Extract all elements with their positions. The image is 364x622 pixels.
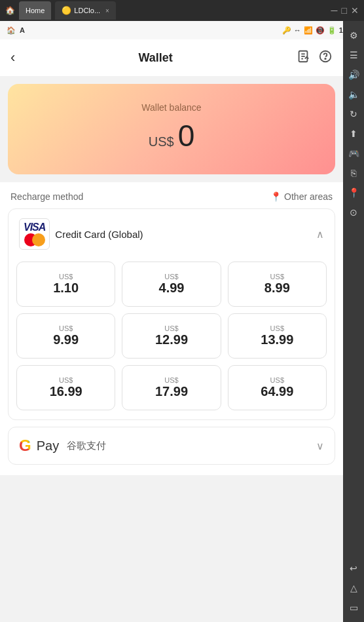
sidebar-upload-icon[interactable]: ⬆ xyxy=(344,125,363,143)
amount-value-1: 4.99 xyxy=(159,281,185,296)
other-areas-label: Other areas xyxy=(284,191,333,202)
amount-currency-6: US$ xyxy=(59,376,73,384)
ld-tab-label: LDClo... xyxy=(74,7,100,14)
balance-card: Wallet balance US$ 0 xyxy=(8,84,335,174)
maximize-icon[interactable]: □ xyxy=(342,5,347,16)
wifi-icon: 📶 xyxy=(304,26,313,35)
visa-text: VISA xyxy=(24,222,45,233)
home-status-icon: 🏠 xyxy=(7,26,16,35)
amount-currency-4: US$ xyxy=(164,324,178,332)
amount-btn-6[interactable]: US$ 16.99 xyxy=(16,365,115,410)
page-title: Wallet xyxy=(138,51,172,65)
gpay-subtitle: 谷歌支付 xyxy=(67,440,106,452)
header-icons xyxy=(296,49,333,67)
amount-currency-1: US$ xyxy=(164,273,178,281)
tab-close-icon[interactable]: × xyxy=(105,7,109,14)
key-icon: 🔑 xyxy=(282,26,291,35)
amount-value-3: 9.99 xyxy=(53,332,79,347)
os-bar-left: 🏠 Home 🟡 LDClo... × xyxy=(5,1,116,20)
amount-value-0: 1.10 xyxy=(53,281,79,296)
balance-label: Wallet balance xyxy=(21,102,322,113)
network-icon: ↔ xyxy=(294,26,301,34)
amount-btn-0[interactable]: US$ 1.10 xyxy=(16,262,115,307)
payment-logo: VISA Credit Card (Global) xyxy=(19,218,143,250)
sidebar-refresh-icon[interactable]: ↻ xyxy=(344,105,363,123)
credit-card-header[interactable]: VISA Credit Card (Global) ∧ xyxy=(9,209,335,259)
window-close-icon[interactable]: ✕ xyxy=(351,5,359,16)
credit-card-section: VISA Credit Card (Global) ∧ US$ xyxy=(8,208,335,420)
balance-value: 0 xyxy=(178,118,195,153)
visa-logo: VISA xyxy=(19,218,50,250)
right-sidebar: ⚙ ☰ 🔊 🔈 ↻ ⬆ 🎮 ⎘ 📍 ⊙ ↩ △ ▭ xyxy=(343,21,364,622)
recharge-method-label: Recharge method xyxy=(10,191,83,202)
gpay-section[interactable]: G Pay 谷歌支付 ∨ xyxy=(8,427,335,465)
gpay-logo: G Pay 谷歌支付 xyxy=(19,437,106,455)
a-icon: A xyxy=(20,26,25,34)
amount-currency-0: US$ xyxy=(59,273,73,281)
status-left: 🏠 A xyxy=(7,26,25,35)
sidebar-volume-down-icon[interactable]: 🔈 xyxy=(344,85,363,104)
balance-currency: US$ xyxy=(149,134,174,149)
os-title-bar: 🏠 Home 🟡 LDClo... × ─ □ ✕ xyxy=(0,0,364,21)
svg-point-5 xyxy=(325,58,325,58)
amount-btn-8[interactable]: US$ 64.99 xyxy=(228,365,327,410)
amount-value-4: 12.99 xyxy=(155,332,188,347)
google-g-icon: G xyxy=(19,437,31,455)
sidebar-square-icon[interactable]: ▭ xyxy=(344,598,363,617)
amount-currency-8: US$ xyxy=(270,376,284,384)
home-tab[interactable]: Home xyxy=(19,1,51,20)
sidebar-menu-icon[interactable]: ☰ xyxy=(344,46,363,64)
amount-btn-7[interactable]: US$ 17.99 xyxy=(122,365,221,410)
amount-btn-5[interactable]: US$ 13.99 xyxy=(228,313,327,359)
amount-currency-5: US$ xyxy=(270,324,284,332)
sidebar-volume-up-icon[interactable]: 🔊 xyxy=(344,66,363,84)
amount-value-8: 64.99 xyxy=(261,384,293,399)
recharge-header: Recharge method 📍 Other areas xyxy=(0,182,343,208)
amount-value-7: 17.99 xyxy=(155,384,188,399)
sidebar-home-icon[interactable]: △ xyxy=(344,579,363,597)
amount-grid: US$ 1.10 US$ 4.99 US$ 8.99 US$ 9.99 US$ xyxy=(9,259,335,419)
gpay-pay-text: Pay xyxy=(37,438,59,454)
chevron-down-icon[interactable]: ∨ xyxy=(316,440,324,452)
amount-value-5: 13.99 xyxy=(261,332,293,347)
battery-icon: 🔋 xyxy=(327,26,337,35)
other-areas-button[interactable]: 📍 Other areas xyxy=(270,191,333,202)
mastercard-logo xyxy=(24,233,45,246)
signal-icon: 📵 xyxy=(316,26,325,35)
minimize-icon[interactable]: ─ xyxy=(331,5,338,16)
window-controls: ─ □ ✕ xyxy=(331,5,359,16)
main-content: ‹ Wallet Wallet bala xyxy=(0,39,343,622)
chevron-up-icon[interactable]: ∧ xyxy=(316,228,324,241)
recharge-section: Recharge method 📍 Other areas VISA xyxy=(0,182,343,475)
amount-btn-3[interactable]: US$ 9.99 xyxy=(16,313,115,359)
wallet-header: ‹ Wallet xyxy=(0,39,343,76)
note-icon[interactable] xyxy=(296,49,310,67)
mc-orange-circle xyxy=(32,233,45,246)
help-icon[interactable] xyxy=(318,49,333,67)
android-status-bar: 🏠 A 🔑 ↔ 📶 📵 🔋 10:11 xyxy=(0,21,364,39)
amount-currency-2: US$ xyxy=(270,273,284,281)
home-icon: 🏠 xyxy=(5,6,15,15)
sidebar-settings-icon[interactable]: ⚙ xyxy=(344,26,363,45)
amount-btn-2[interactable]: US$ 8.99 xyxy=(228,262,327,307)
amount-btn-4[interactable]: US$ 12.99 xyxy=(122,313,221,359)
amount-btn-1[interactable]: US$ 4.99 xyxy=(122,262,221,307)
credit-card-title: Credit Card (Global) xyxy=(55,229,143,240)
amount-currency-3: US$ xyxy=(59,324,73,332)
sidebar-target-icon[interactable]: ⊙ xyxy=(344,203,363,222)
location-icon: 📍 xyxy=(270,191,282,202)
amount-value-2: 8.99 xyxy=(264,281,290,296)
ld-tab[interactable]: 🟡 LDClo... × xyxy=(55,1,116,20)
sidebar-copy-icon[interactable]: ⎘ xyxy=(344,164,363,182)
back-button[interactable]: ‹ xyxy=(10,49,15,66)
home-tab-label: Home xyxy=(26,7,45,14)
sidebar-gamepad-icon[interactable]: 🎮 xyxy=(344,144,363,163)
sidebar-back-icon[interactable]: ↩ xyxy=(344,559,363,577)
sidebar-location-icon[interactable]: 📍 xyxy=(344,184,363,202)
amount-currency-7: US$ xyxy=(164,376,178,384)
balance-amount: US$ 0 xyxy=(21,118,322,153)
amount-value-6: 16.99 xyxy=(50,384,82,399)
